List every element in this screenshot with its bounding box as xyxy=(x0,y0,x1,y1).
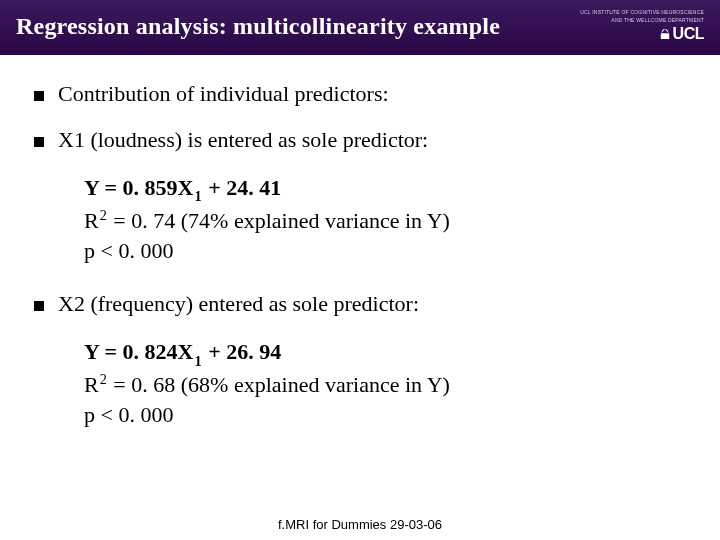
eq1-sub: 1 xyxy=(195,188,202,204)
r2-2-pre: R xyxy=(84,372,99,397)
intro-text: Contribution of individual predictors: xyxy=(58,81,389,107)
dome-icon xyxy=(658,27,672,41)
bullet-icon xyxy=(34,137,44,147)
block2-equation: Y = 0. 824X1 + 26. 94 xyxy=(84,337,692,370)
eq1-pre: Y = 0. 859X xyxy=(84,175,194,200)
eq2-sub: 1 xyxy=(195,353,202,369)
eq2-post: + 26. 94 xyxy=(203,339,282,364)
r2-2-sup: 2 xyxy=(100,371,107,387)
slide-content: Contribution of individual predictors: X… xyxy=(0,55,720,430)
bullet-x1: X1 (loudness) is entered as sole predict… xyxy=(34,127,692,153)
block1-heading: X1 (loudness) is entered as sole predict… xyxy=(58,127,428,153)
logo-block: UCL INSTITUTE OF COGNITIVE NEUROSCIENCE … xyxy=(580,10,704,43)
title-bar: Regression analysis: multicollinearity e… xyxy=(0,0,720,55)
block2-r2: R2 = 0. 68 (68% explained variance in Y) xyxy=(84,370,692,400)
block-x2: X2 (frequency) entered as sole predictor… xyxy=(34,291,692,429)
footer-text: f.MRI for Dummies 29-03-06 xyxy=(0,517,720,532)
ucl-logo-text: UCL xyxy=(673,25,704,43)
block2-heading: X2 (frequency) entered as sole predictor… xyxy=(58,291,419,317)
slide: Regression analysis: multicollinearity e… xyxy=(0,0,720,540)
bullet-intro: Contribution of individual predictors: xyxy=(34,81,692,107)
bullet-x2: X2 (frequency) entered as sole predictor… xyxy=(34,291,692,317)
block1-r2: R2 = 0. 74 (74% explained variance in Y) xyxy=(84,206,692,236)
r2-1-pre: R xyxy=(84,208,99,233)
block2-p: p < 0. 000 xyxy=(84,400,692,430)
eq1-post: + 24. 41 xyxy=(203,175,282,200)
block1-p: p < 0. 000 xyxy=(84,236,692,266)
block-x1: X1 (loudness) is entered as sole predict… xyxy=(34,127,692,265)
r2-2-post: = 0. 68 (68% explained variance in Y) xyxy=(108,372,450,397)
eq2-pre: Y = 0. 824X xyxy=(84,339,194,364)
ucl-logo: UCL xyxy=(658,25,704,43)
institute-line-2: AND THE WELLCOME DEPARTMENT xyxy=(611,18,704,24)
block1-equation: Y = 0. 859X1 + 24. 41 xyxy=(84,173,692,206)
r2-1-sup: 2 xyxy=(100,207,107,223)
r2-1-post: = 0. 74 (74% explained variance in Y) xyxy=(108,208,450,233)
bullet-icon xyxy=(34,301,44,311)
institute-line-1: UCL INSTITUTE OF COGNITIVE NEUROSCIENCE xyxy=(580,10,704,16)
slide-title: Regression analysis: multicollinearity e… xyxy=(16,13,500,40)
bullet-icon xyxy=(34,91,44,101)
